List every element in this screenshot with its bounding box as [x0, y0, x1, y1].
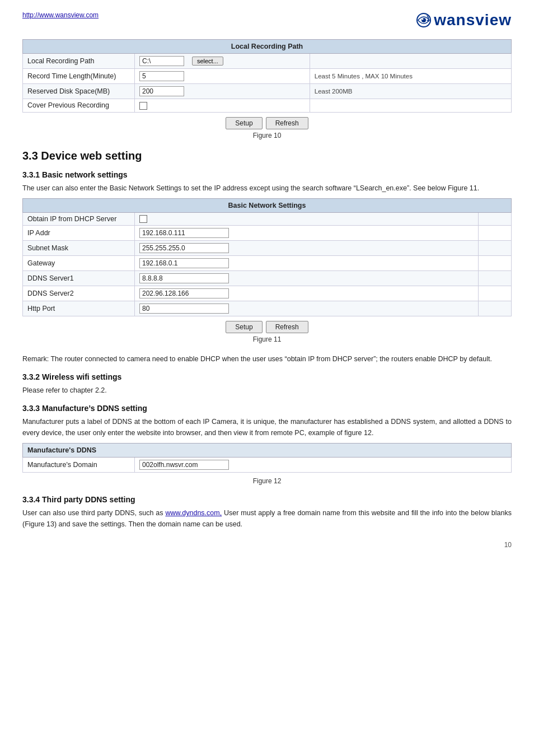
section-333-title: 3.3.3 Manufacture’s DDNS setting: [22, 404, 512, 413]
ip-addr-input[interactable]: 192.168.0.111: [139, 228, 229, 238]
page-number: 10: [22, 541, 512, 549]
section-33-title: 3.3 Device web setting: [22, 150, 512, 162]
section-331-remark: Remark: The router connected to camera n…: [22, 353, 512, 365]
basic-network-table: Basic Network Settings Obtain IP from DH…: [22, 198, 512, 317]
svg-marker-3: [427, 20, 428, 21]
figure-11-caption: Figure 11: [22, 335, 512, 343]
local-recording-table: Local Recording Path Local Recording Pat…: [22, 39, 512, 113]
table-row: Cover Previous Recording: [23, 99, 512, 113]
section-334-description: User can also use third party DDNS, such…: [22, 507, 512, 530]
row-value: [135, 212, 479, 226]
table-row: Reserved Disk Space(MB) 200 Least 200MB: [23, 84, 512, 99]
basic-network-buttons: Setup Refresh: [22, 321, 512, 333]
section-334-text1: User can also use third party DDNS, such…: [22, 509, 165, 517]
row-value: 255.255.255.0: [135, 241, 479, 256]
section-333-description: Manufacturer puts a label of DDNS at the…: [22, 416, 512, 438]
row-hint: Least 200MB: [310, 84, 511, 99]
row-value: 8.8.8.8: [135, 271, 479, 286]
row-label: Obtain IP from DHCP Server: [23, 212, 135, 226]
local-recording-buttons: Setup Refresh: [22, 117, 512, 129]
row-label: Subnet Mask: [23, 241, 135, 256]
row-label: DDNS Server2: [23, 286, 135, 301]
row-hint: Least 5 Minutes , MAX 10 Minutes: [310, 69, 511, 84]
cover-recording-checkbox[interactable]: [139, 102, 147, 110]
ddns-server2-input[interactable]: 202.96.128.166: [139, 288, 229, 298]
row-label: Local Recording Path: [23, 54, 135, 69]
row-value: 5: [135, 69, 310, 84]
row-value: 002olfh.nwsvr.com: [135, 458, 512, 473]
figure-10-caption: Figure 10: [22, 132, 512, 139]
eye-icon: [416, 12, 432, 28]
table-row: Local Recording Path C:\ select...: [23, 54, 512, 69]
row-label: Manufacture's Domain: [23, 458, 135, 473]
table-row: Obtain IP from DHCP Server: [23, 212, 512, 226]
refresh-button[interactable]: Refresh: [266, 117, 308, 129]
website-link[interactable]: http://www.wansview.com: [22, 11, 99, 19]
row-label: Cover Previous Recording: [23, 99, 135, 113]
table-row: DDNS Server2 202.96.128.166: [23, 286, 512, 301]
subnet-mask-input[interactable]: 255.255.255.0: [139, 243, 229, 253]
row-label: DDNS Server1: [23, 271, 135, 286]
section-331-title: 3.3.1 Basic network settings: [22, 170, 512, 179]
row-value: C:\ select...: [135, 54, 310, 69]
table-row: Manufacture's Domain 002olfh.nwsvr.com: [23, 458, 512, 473]
table-row: Record Time Length(Minute) 5 Least 5 Min…: [23, 69, 512, 84]
ddns-server1-input[interactable]: 8.8.8.8: [139, 273, 229, 283]
row-label: Http Port: [23, 301, 135, 316]
table-row: Gateway 192.168.0.1: [23, 256, 512, 271]
row-label: Gateway: [23, 256, 135, 271]
local-recording-title: Local Recording Path: [23, 40, 512, 54]
row-value: 192.168.0.111: [135, 226, 479, 241]
manufacture-domain-input[interactable]: 002olfh.nwsvr.com: [139, 460, 229, 470]
section-331-description: The user can also enter the Basic Networ…: [22, 183, 512, 194]
table-row: Http Port 80: [23, 301, 512, 316]
svg-point-2: [422, 18, 424, 20]
dyndns-link[interactable]: www.dyndns.com,: [165, 509, 222, 517]
table-row: Subnet Mask 255.255.255.0: [23, 241, 512, 256]
page-header: http://www.wansview.com wansview: [22, 11, 512, 29]
table-row: DDNS Server1 8.8.8.8: [23, 271, 512, 286]
section-334-title: 3.3.4 Third party DDNS setting: [22, 495, 512, 504]
logo: wansview: [416, 11, 512, 29]
row-value: 202.96.128.166: [135, 286, 479, 301]
record-time-input[interactable]: 5: [139, 71, 184, 81]
logo-text: wansview: [434, 11, 512, 29]
section-332-title: 3.3.2 Wireless wifi settings: [22, 372, 512, 381]
row-label: Reserved Disk Space(MB): [23, 84, 135, 99]
manufactures-ddns-table: Manufacture's DDNS Manufacture's Domain …: [22, 443, 512, 473]
setup-button[interactable]: Setup: [226, 117, 262, 129]
basic-network-title: Basic Network Settings: [23, 198, 512, 212]
setup-button-2[interactable]: Setup: [226, 321, 262, 333]
section-332-description: Please refer to chapter 2.2.: [22, 385, 512, 396]
row-value: [135, 99, 310, 113]
row-value: 200: [135, 84, 310, 99]
row-value: 192.168.0.1: [135, 256, 479, 271]
http-port-input[interactable]: 80: [139, 304, 229, 314]
row-value: 80: [135, 301, 479, 316]
recording-path-input[interactable]: C:\: [139, 56, 184, 66]
disk-space-input[interactable]: 200: [139, 86, 184, 96]
gateway-input[interactable]: 192.168.0.1: [139, 258, 229, 268]
figure-12-caption: Figure 12: [22, 477, 512, 485]
select-button[interactable]: select...: [192, 57, 223, 66]
refresh-button-2[interactable]: Refresh: [266, 321, 308, 333]
row-label: IP Addr: [23, 226, 135, 241]
row-label: Record Time Length(Minute): [23, 69, 135, 84]
table-row: IP Addr 192.168.0.111: [23, 226, 512, 241]
manufactures-ddns-title: Manufacture's DDNS: [23, 444, 512, 458]
dhcp-checkbox[interactable]: [139, 215, 147, 223]
